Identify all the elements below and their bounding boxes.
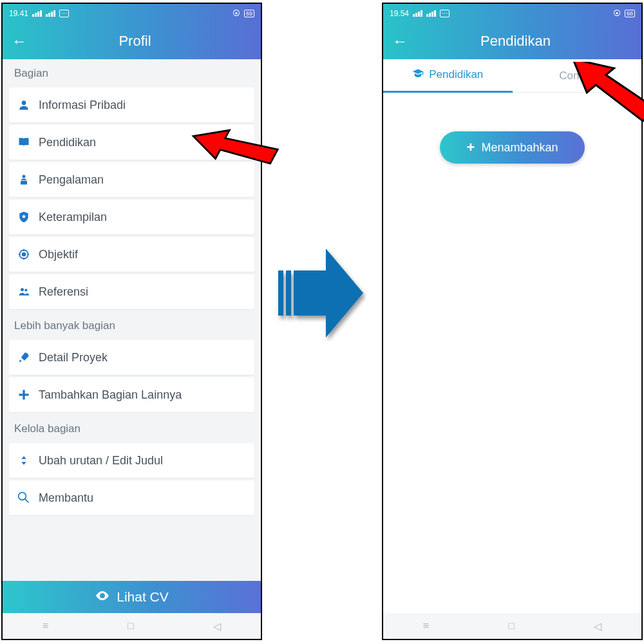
phone-left: 19.41 ⋯ ⦿ 69 ← Profil Bagian Informasi P… [1,3,262,640]
vibrate-icon: ⦿ [232,9,240,18]
nav-recent-icon[interactable]: ≡ [43,620,48,632]
signal-icon [413,10,422,17]
nav-back-icon[interactable]: ◁ [213,620,221,632]
people-icon [17,285,31,299]
nav-home-icon[interactable]: □ [128,620,134,632]
tab-pendidikan[interactable]: Pendidikan [383,59,513,93]
svg-point-6 [24,289,27,291]
rocket-icon [17,350,31,365]
svg-point-9 [19,493,26,500]
briefcase-person-icon [17,173,31,187]
annotation-arrow-icon [182,126,285,171]
item-label: Membantu [39,491,93,505]
header-title: Profil [40,33,230,50]
status-time: 19.54 [390,9,409,18]
target-icon [17,247,31,261]
svg-point-10 [101,594,104,597]
item-label: Informasi Pribadi [39,99,126,112]
section-header-bagian: Bagian [3,59,261,85]
item-label: Referensi [39,285,88,299]
item-label: Objektif [39,248,78,261]
svg-rect-11 [278,270,283,316]
svg-point-1 [23,175,26,178]
nav-back-icon[interactable]: ◁ [594,620,601,632]
view-cv-button[interactable]: Lihat CV [3,581,261,613]
list-item-keterampilan[interactable]: Keterampilan [9,200,254,234]
back-arrow-icon[interactable]: ← [12,32,27,50]
nav-recent-icon[interactable]: ≡ [423,620,429,632]
android-nav-bar: ≡ □ ◁ [3,613,261,639]
svg-rect-12 [286,270,291,316]
svg-point-0 [22,100,26,105]
plus-icon: + [467,139,475,156]
eye-icon [95,588,110,607]
add-button-label: Menambahkan [481,141,558,155]
list-item-tambahkan-bagian[interactable]: Tambahkan Bagian Lainnya [9,377,254,412]
section-header-kelola: Kelola bagian [3,415,261,440]
list-item-referensi[interactable]: Referensi [9,274,254,309]
svg-rect-2 [21,181,27,185]
shield-star-icon [17,210,31,224]
back-arrow-icon[interactable]: ← [392,32,408,50]
process-arrow-icon [276,245,366,341]
sort-icon [17,453,31,468]
svg-point-5 [21,288,24,291]
item-label: Pengalaman [39,173,104,187]
header-title: Pendidikan [421,33,611,50]
list-item-membantu[interactable]: Membantu [9,480,254,515]
item-label: Tambahkan Bagian Lainnya [39,388,182,402]
volte-icon: ⋯ [59,10,69,17]
item-label: Ubah urutan / Edit Judul [39,454,163,468]
item-label: Pendidikan [39,136,96,149]
battery-icon: 69 [244,10,254,17]
status-time: 19.41 [9,9,28,18]
list-item-objektif[interactable]: Objektif [9,237,254,272]
item-label: Detail Proyek [39,351,108,365]
android-nav-bar: ≡ □ ◁ [383,613,641,639]
battery-icon: 68 [625,10,635,17]
book-icon [17,135,31,149]
svg-rect-8 [19,393,29,395]
vibrate-icon: ⦿ [613,9,621,18]
status-bar: 19.41 ⋯ ⦿ 69 [3,4,261,23]
footer-label: Lihat CV [117,589,169,605]
list-item-detail-proyek[interactable]: Detail Proyek [9,340,254,375]
pendidikan-content: Pendidikan Contoh + Menambahkan [383,59,641,613]
signal-icon [426,10,436,17]
app-header: ← Profil [3,23,261,59]
status-bar: 19.54 ⋯ ⦿ 68 [383,4,641,23]
graduation-cap-icon [412,68,424,82]
list-item-ubah-urutan[interactable]: Ubah urutan / Edit Judul [9,443,254,478]
help-icon [17,491,31,505]
section-header-lebih: Lebih banyak bagian [3,312,261,337]
tab-label: Pendidikan [429,68,483,81]
list-item-informasi-pribadi[interactable]: Informasi Pribadi [9,88,254,122]
plus-icon [17,388,31,402]
item-label: Keterampilan [39,211,107,224]
signal-icon [46,10,55,17]
signal-icon [32,10,42,17]
nav-home-icon[interactable]: □ [508,620,515,632]
annotation-arrow-icon [555,62,644,139]
person-icon [17,98,31,112]
volte-icon: ⋯ [440,10,450,17]
svg-point-4 [23,253,26,256]
app-header: ← Pendidikan [383,23,641,59]
